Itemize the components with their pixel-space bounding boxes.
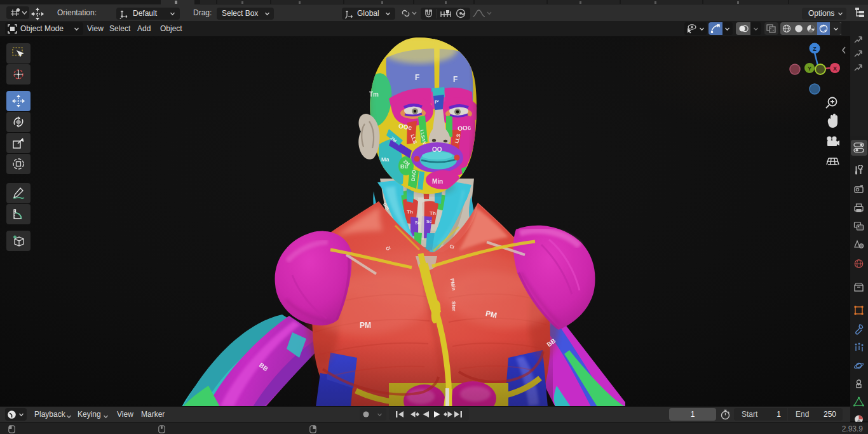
- svg-text:X: X: [833, 65, 837, 72]
- svg-text:Y: Y: [808, 65, 811, 72]
- svg-text:Z: Z: [813, 46, 817, 52]
